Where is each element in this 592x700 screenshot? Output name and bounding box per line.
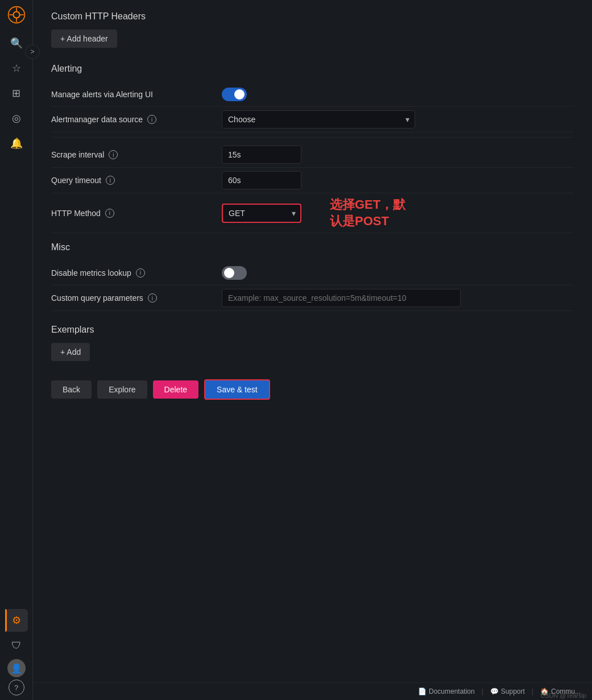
disable-metrics-info-icon[interactable]: i [136, 268, 145, 277]
query-timeout-input-wrap [222, 171, 574, 189]
alertmanager-info-icon[interactable]: i [147, 115, 156, 124]
manage-alerts-row: Manage alerts via Alerting UI [51, 82, 574, 107]
exemplars-section: Exemplars + Add [51, 325, 574, 361]
http-method-dropdown-wrap: GET POST [222, 204, 301, 223]
footer-divider-1: | [482, 687, 483, 695]
query-timeout-info-icon[interactable]: i [106, 176, 115, 185]
query-timeout-input[interactable] [222, 171, 301, 189]
sidebar: > 🔍 ☆ ⊞ ◎ 🔔 ⚙ 🛡 👤 ? [0, 0, 33, 700]
query-timeout-row: Query timeout i [51, 168, 574, 193]
sidebar-item-shield[interactable]: 🛡 [5, 634, 28, 657]
divider-1 [51, 137, 574, 138]
http-method-select[interactable]: GET POST [222, 204, 301, 223]
exemplars-section-title: Exemplars [51, 325, 574, 335]
footer: 📄 Documentation | 💬 Support | 🏠 Commu...… [33, 682, 592, 700]
sidebar-item-starred[interactable]: ☆ [5, 57, 28, 80]
delete-button[interactable]: Delete [153, 380, 198, 399]
main-content: Custom HTTP Headers + Add header Alertin… [33, 0, 592, 700]
doc-icon: 📄 [418, 687, 427, 695]
misc-section: Misc Disable metrics lookup i Custom que… [51, 242, 574, 311]
scrape-interval-info-icon[interactable]: i [109, 150, 118, 159]
custom-query-label: Custom query parameters i [51, 293, 222, 303]
http-method-info-icon[interactable]: i [105, 209, 114, 218]
scrape-interval-input-wrap [222, 146, 574, 164]
http-method-label: HTTP Method i [51, 209, 222, 218]
alertmanager-dropdown[interactable]: Choose Default [222, 110, 415, 129]
sidebar-item-avatar[interactable]: 👤 [7, 659, 26, 677]
custom-query-info-icon[interactable]: i [148, 293, 157, 303]
alertmanager-select-wrap: Choose Default [222, 110, 574, 129]
support-icon: 💬 [490, 687, 499, 695]
manage-alerts-label: Manage alerts via Alerting UI [51, 90, 222, 99]
disable-metrics-toggle[interactable] [222, 266, 247, 280]
scrape-interval-row: Scrape interval i [51, 142, 574, 168]
alerting-section-title: Alerting [51, 64, 574, 74]
alertmanager-select[interactable]: Choose Default [222, 110, 415, 129]
custom-query-input[interactable] [222, 289, 461, 307]
disable-metrics-toggle-wrap [222, 266, 574, 280]
misc-section-title: Misc [51, 242, 574, 252]
scrape-interval-label: Scrape interval i [51, 150, 222, 159]
alertmanager-label: Alertmanager data source i [51, 115, 222, 124]
sidebar-item-help[interactable]: ? [9, 680, 24, 695]
query-timeout-label: Query timeout i [51, 176, 222, 185]
footer-watermark: CSDN @Tearslp [540, 692, 586, 699]
footer-support-link[interactable]: 💬 Support [490, 687, 525, 695]
add-exemplar-button[interactable]: + Add [51, 343, 90, 361]
custom-query-row: Custom query parameters i [51, 285, 574, 311]
annotation-text: 选择GET，默 认是POST [330, 197, 405, 229]
alertmanager-row: Alertmanager data source i Choose Defaul… [51, 107, 574, 132]
sidebar-item-alerting[interactable]: 🔔 [5, 132, 28, 155]
add-header-button[interactable]: + Add header [51, 30, 117, 48]
scrape-interval-input[interactable] [222, 146, 301, 164]
grafana-logo[interactable] [6, 5, 27, 25]
sidebar-item-explore[interactable]: ◎ [5, 107, 28, 130]
sidebar-item-search[interactable]: 🔍 [5, 32, 28, 55]
footer-documentation-link[interactable]: 📄 Documentation [418, 687, 475, 695]
custom-http-headers-title: Custom HTTP Headers [51, 11, 574, 22]
http-method-row: HTTP Method i GET POST 选择GET，默 认是POST [51, 193, 574, 233]
back-button[interactable]: Back [51, 380, 92, 399]
sidebar-item-settings[interactable]: ⚙ [5, 609, 28, 632]
http-method-select-wrap: GET POST 选择GET，默 认是POST [222, 197, 574, 229]
custom-query-input-wrap [222, 289, 574, 307]
footer-divider-2: | [532, 687, 533, 695]
sidebar-item-dashboards[interactable]: ⊞ [5, 82, 28, 105]
manage-alerts-toggle[interactable] [222, 88, 247, 101]
disable-metrics-row: Disable metrics lookup i [51, 260, 574, 285]
disable-metrics-label: Disable metrics lookup i [51, 268, 222, 277]
action-buttons: Back Explore Delete Save & test [51, 379, 574, 400]
save-test-button[interactable]: Save & test [204, 379, 270, 400]
sidebar-toggle[interactable]: > [25, 44, 40, 59]
explore-button[interactable]: Explore [97, 380, 147, 399]
manage-alerts-toggle-wrap [222, 88, 574, 101]
